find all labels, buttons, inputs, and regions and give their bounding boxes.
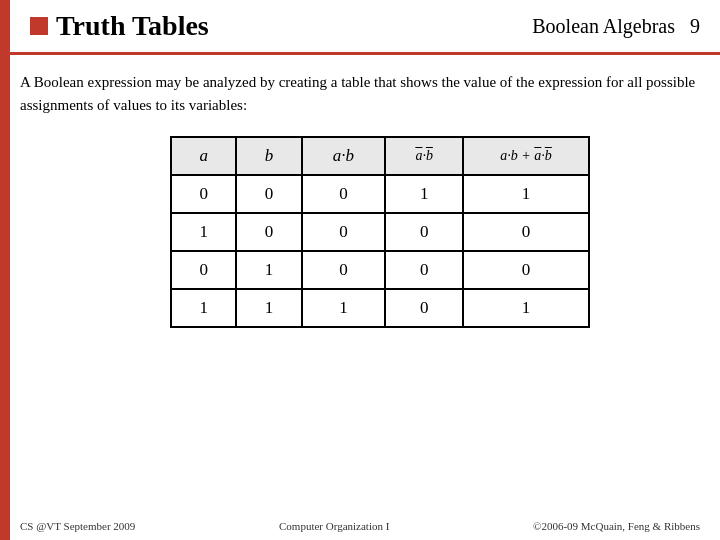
slide-title: Truth Tables	[30, 10, 209, 42]
table-row: 0 0 0 1 1	[171, 175, 589, 213]
col-header-b: b	[236, 137, 301, 175]
main-content: A Boolean expression may be analyzed by …	[20, 55, 700, 328]
subtitle-text: Boolean Algebras	[532, 15, 675, 37]
slide-number: 9	[690, 15, 700, 37]
description-text: A Boolean expression may be analyzed by …	[20, 71, 700, 116]
cell: 0	[463, 251, 589, 289]
cell: 0	[385, 213, 463, 251]
cell: 0	[171, 175, 236, 213]
table-header-row: a b a·b a·b a·b + a·b	[171, 137, 589, 175]
cell: 0	[385, 251, 463, 289]
cell: 0	[385, 289, 463, 327]
cell: 0	[236, 213, 301, 251]
col-header-ab: a·b	[302, 137, 385, 175]
cell: 0	[302, 251, 385, 289]
table-row: 1 0 0 0 0	[171, 213, 589, 251]
truth-table: a b a·b a·b a·b + a·b 0 0 0 1	[170, 136, 590, 328]
cell: 1	[463, 175, 589, 213]
title-text: Truth Tables	[56, 10, 209, 42]
col-header-a: a	[171, 137, 236, 175]
cell: 0	[171, 251, 236, 289]
cell: 1	[236, 251, 301, 289]
cell: 0	[463, 213, 589, 251]
cell: 0	[302, 175, 385, 213]
footer-center: Computer Organization I	[279, 520, 389, 532]
cell: 1	[236, 289, 301, 327]
cell: 1	[385, 175, 463, 213]
cell: 1	[171, 213, 236, 251]
left-accent-bar	[0, 0, 10, 540]
red-square-icon	[30, 17, 48, 35]
col-header-notab: a·b	[385, 137, 463, 175]
slide-header: Truth Tables Boolean Algebras 9	[10, 0, 720, 55]
cell: 1	[463, 289, 589, 327]
col-header-expr: a·b + a·b	[463, 137, 589, 175]
cell: 1	[302, 289, 385, 327]
cell: 0	[236, 175, 301, 213]
slide-footer: CS @VT September 2009 Computer Organizat…	[20, 520, 700, 532]
truth-table-container: a b a·b a·b a·b + a·b 0 0 0 1	[60, 136, 700, 328]
table-row: 1 1 1 0 1	[171, 289, 589, 327]
cell: 1	[171, 289, 236, 327]
footer-left: CS @VT September 2009	[20, 520, 135, 532]
table-row: 0 1 0 0 0	[171, 251, 589, 289]
footer-right: ©2006-09 McQuain, Feng & Ribbens	[533, 520, 700, 532]
slide-subtitle: Boolean Algebras 9	[532, 15, 700, 38]
cell: 0	[302, 213, 385, 251]
